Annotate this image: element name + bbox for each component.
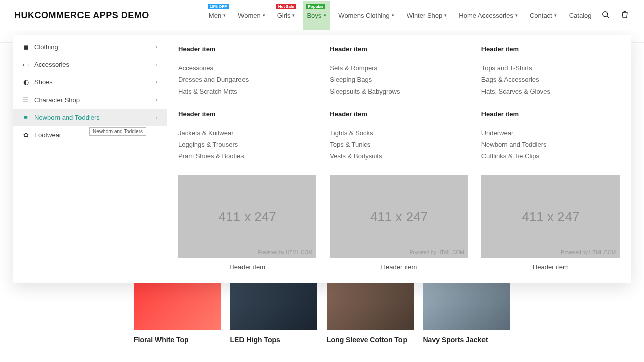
mega-link[interactable]: Sleepsuits & Babygrows: [330, 85, 468, 97]
mega-link[interactable]: Sets & Rompers: [330, 62, 468, 74]
mega-column-header: Header item: [481, 45, 620, 57]
placeholder-text: 411 x 247: [219, 209, 276, 225]
sidebar-item-label: Newborn and Toddlers: [34, 114, 100, 121]
mega-promo[interactable]: 411 x 247 Powered by HTML.COM Header ite…: [178, 175, 316, 271]
mega-column-header: Header item: [178, 110, 316, 122]
chevron-right-icon: ›: [156, 115, 157, 120]
mega-link[interactable]: Jackets & Knitwear: [178, 127, 316, 139]
mega-link[interactable]: Underwear: [481, 127, 620, 139]
promo-caption: Header item: [178, 263, 316, 271]
newborn-icon: ≡: [22, 114, 29, 121]
sidebar-item-footwear[interactable]: ✿ Footwear: [13, 126, 167, 144]
clothing-icon: ◼: [22, 44, 29, 51]
mega-link[interactable]: Hats & Scratch Mitts: [178, 85, 316, 97]
nav-catalog[interactable]: Catalog: [565, 1, 596, 30]
nav-label: Womens Clothing: [338, 12, 389, 19]
chevron-down-icon: ▾: [324, 13, 326, 18]
sidebar-item-label: Clothing: [34, 43, 58, 51]
mega-promo[interactable]: 411 x 247 Powered by HTML.COM Header ite…: [330, 175, 468, 271]
placeholder-text: 411 x 247: [522, 209, 579, 225]
nav-label: Home Accessories: [459, 12, 513, 19]
svg-point-0: [603, 11, 608, 16]
placeholder-watermark: Powered by HTML.COM: [258, 250, 312, 255]
svg-line-1: [607, 16, 609, 18]
placeholder-image: 411 x 247 Powered by HTML.COM: [330, 175, 468, 258]
nav-men[interactable]: 10% OFF Men ▾: [205, 1, 230, 30]
chevron-down-icon: ▾: [292, 13, 295, 18]
placeholder-image: 411 x 247 Powered by HTML.COM: [481, 175, 620, 258]
character-icon: ☰: [22, 97, 29, 104]
nav-label: Catalog: [569, 12, 592, 19]
mega-link[interactable]: Tops & Tunics: [330, 139, 468, 150]
mega-promo[interactable]: 411 x 247 Powered by HTML.COM Header ite…: [481, 175, 620, 271]
nav-boys[interactable]: Popular Boys ▾: [303, 1, 330, 30]
mega-link[interactable]: Dresses and Dungarees: [178, 74, 316, 85]
mega-link[interactable]: Newborn and Toddlers: [481, 139, 620, 150]
chevron-down-icon: ▾: [223, 13, 226, 18]
mega-column: Header item Jackets & Knitwear Leggings …: [178, 110, 316, 162]
chevron-down-icon: ▾: [444, 13, 447, 18]
promo-caption: Header item: [481, 263, 620, 271]
footwear-icon: ✿: [22, 132, 29, 139]
cart-icon[interactable]: [620, 10, 630, 21]
nav-label: Girls: [277, 12, 291, 19]
placeholder-watermark: Powered by HTML.COM: [410, 250, 464, 255]
nav-womens-clothing[interactable]: Womens Clothing ▾: [334, 1, 398, 30]
mega-link[interactable]: Tights & Socks: [330, 127, 468, 139]
sidebar-item-label: Accessories: [34, 61, 69, 68]
mega-link[interactable]: Leggings & Trousers: [178, 139, 316, 150]
nav-winter-shop[interactable]: Winter Shop ▾: [403, 1, 451, 30]
mega-column-header: Header item: [481, 110, 620, 122]
sidebar-item-shoes[interactable]: ◐ Shoes ›: [13, 73, 167, 91]
placeholder-text: 411 x 247: [370, 209, 428, 225]
mega-link[interactable]: Bags & Accessories: [481, 74, 620, 85]
mega-link[interactable]: Hats, Scarves & Gloves: [481, 85, 620, 97]
chevron-down-icon: ▾: [392, 13, 394, 18]
product-title: Floral White Top: [134, 336, 221, 344]
sidebar-item-label: Shoes: [34, 78, 53, 86]
mega-column: Header item Tights & Socks Tops & Tunics…: [330, 110, 468, 162]
nav-women[interactable]: Women ▾: [234, 1, 269, 30]
promo-caption: Header item: [330, 263, 468, 271]
shoes-icon: ◐: [22, 79, 29, 86]
mega-link[interactable]: Tops and T-Shirts: [481, 62, 620, 74]
mega-column: Header item Underwear Newborn and Toddle…: [481, 110, 620, 162]
mega-link[interactable]: Cufflinks & Tie Clips: [481, 150, 620, 162]
mega-column: Header item Tops and T-Shirts Bags & Acc…: [481, 45, 620, 97]
chevron-down-icon: ▾: [515, 13, 518, 18]
mega-column: Header item Accessories Dresses and Dung…: [178, 45, 316, 97]
nav-label: Winter Shop: [407, 12, 443, 19]
badge-popular: Popular: [306, 4, 325, 9]
mega-sidebar: ◼ Clothing › ▭ Accessories › ◐ Shoes › ☰…: [13, 35, 167, 283]
chevron-right-icon: ›: [156, 79, 157, 85]
main-nav: 10% OFF Men ▾ Women ▾ Hot Sale Girls ▾ P…: [205, 1, 596, 30]
sidebar-item-clothing[interactable]: ◼ Clothing ›: [13, 38, 167, 56]
chevron-down-icon: ▾: [263, 13, 265, 18]
placeholder-watermark: Powered by HTML.COM: [561, 250, 616, 255]
mega-link[interactable]: Pram Shoes & Booties: [178, 150, 316, 162]
nav-label: Boys: [307, 12, 321, 19]
product-title: Navy Sports Jacket: [423, 336, 511, 344]
sidebar-item-accessories[interactable]: ▭ Accessories ›: [13, 56, 167, 73]
mega-column-header: Header item: [330, 45, 468, 57]
mega-column: Header item Sets & Rompers Sleeping Bags…: [330, 45, 468, 97]
nav-home-accessories[interactable]: Home Accessories ▾: [455, 1, 522, 30]
search-icon[interactable]: [601, 10, 611, 21]
chevron-right-icon: ›: [156, 97, 157, 103]
nav-contact[interactable]: Contact ▾: [526, 1, 561, 30]
sidebar-item-label: Footwear: [34, 131, 61, 139]
mega-link[interactable]: Sleeping Bags: [330, 74, 468, 85]
sidebar-item-newborn-toddlers[interactable]: ≡ Newborn and Toddlers › Newborn and Tod…: [13, 109, 167, 126]
placeholder-image: 411 x 247 Powered by HTML.COM: [178, 175, 316, 258]
mega-link[interactable]: Vests & Bodysuits: [330, 150, 468, 162]
mega-link[interactable]: Accessories: [178, 62, 316, 74]
chevron-right-icon: ›: [156, 62, 157, 67]
badge-discount: 10% OFF: [208, 4, 229, 9]
sidebar-item-character-shop[interactable]: ☰ Character Shop ›: [13, 91, 167, 109]
nav-label: Men: [209, 12, 221, 19]
chevron-down-icon: ▾: [554, 13, 557, 18]
product-title: Long Sleeve Cotton Top: [327, 336, 414, 344]
site-logo[interactable]: HUKCOMMERCE APPS DEMO: [14, 10, 149, 21]
mega-column-header: Header item: [178, 45, 316, 57]
nav-girls[interactable]: Hot Sale Girls ▾: [273, 1, 299, 30]
